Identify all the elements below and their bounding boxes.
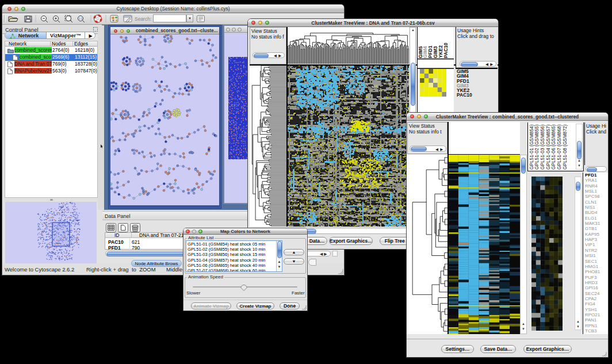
svg-text:PAC10: PAC10 — [443, 43, 449, 58]
svg-text:GPL51-08 (GSM872): GPL51-08 (GSM872) — [562, 124, 568, 170]
svg-text:GPL51-03 (GSM856): GPL51-03 (GSM856) — [540, 124, 545, 170]
svg-text:GPL51-01 (GSM854): GPL51-01 (GSM854) — [529, 124, 534, 170]
svg-text:1:1: 1:1 — [79, 17, 83, 20]
svg-text:GPL51-04 (GSM857): GPL51-04 (GSM857) — [545, 124, 551, 170]
svg-text:GPL51-06 (GSM865): GPL51-06 (GSM865) — [550, 124, 556, 170]
svg-text:GPL51-02 (GSM855): GPL51-02 (GSM855) — [534, 124, 540, 170]
svg-text:GPL51-07 (GSM868): GPL51-07 (GSM868) — [556, 124, 562, 170]
